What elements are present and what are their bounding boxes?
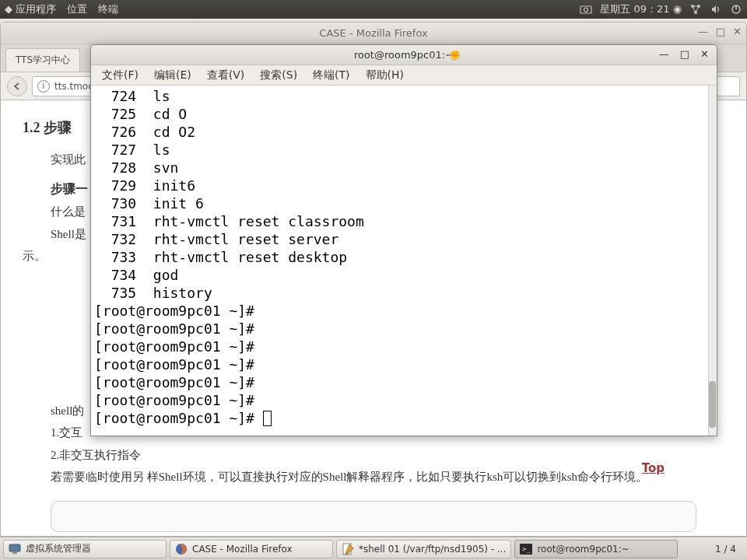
top-link[interactable]: Top (642, 461, 665, 475)
firefox-title: CASE - Mozilla Firefox (319, 27, 427, 39)
close-icon[interactable]: ✕ (700, 48, 709, 60)
maximize-icon[interactable]: □ (716, 26, 725, 37)
firefox-titlebar[interactable]: CASE - Mozilla Firefox — □ ✕ (1, 23, 746, 44)
monitor-icon (9, 543, 21, 555)
close-icon[interactable]: ✕ (733, 26, 742, 37)
menu-places[interactable]: 位置 (67, 2, 87, 16)
svg-text:>_: >_ (522, 545, 531, 553)
browser-tab[interactable]: TTS学习中心 (5, 48, 80, 72)
minimize-icon[interactable]: — (659, 48, 669, 60)
menu-view[interactable]: 查看(V) (201, 67, 251, 84)
workspace-pager[interactable]: 1 / 4 (707, 544, 744, 555)
menu-file[interactable]: 文件(F) (96, 67, 145, 84)
menu-help[interactable]: 帮助(H) (359, 67, 410, 84)
url-text: tts.tmoo (54, 81, 94, 92)
code-block (51, 501, 696, 532)
taskbar-button[interactable]: *shell 01 (/var/ftp/nsd1905) - ... (336, 540, 511, 558)
power-icon[interactable] (730, 3, 742, 16)
taskbar-label: *shell 01 (/var/ftp/nsd1905) - ... (359, 544, 506, 555)
minimize-icon[interactable]: — (698, 26, 708, 37)
network-icon[interactable] (689, 3, 702, 16)
firefox-icon (175, 543, 188, 555)
cursor (263, 411, 272, 426)
menu-applications[interactable]: ◆ 应用程序 (5, 2, 56, 16)
editor-icon (342, 543, 354, 555)
terminal-icon: >_ (520, 543, 532, 555)
back-button[interactable] (7, 76, 27, 96)
terminal-menubar: 文件(F) 编辑(E) 查看(V) 搜索(S) 终端(T) 帮助(H) (91, 65, 717, 86)
taskbar-label: root@room9pc01:~ (537, 544, 629, 555)
paragraph: 2.非交互执行指令 (23, 444, 724, 467)
menu-terminal[interactable]: 终端 (98, 2, 118, 16)
terminal-body[interactable]: 724 ls 725 cd O 726 cd O2 727 ls 728 svn… (91, 86, 717, 436)
info-icon[interactable]: i (37, 80, 50, 93)
top-panel: ◆ 应用程序 位置 终端 星期五 09：21 ◉ (0, 0, 747, 19)
menu-edit[interactable]: 编辑(E) (148, 67, 198, 84)
svg-rect-8 (12, 552, 17, 554)
taskbar-button[interactable]: CASE - Mozilla Firefox (170, 540, 333, 558)
paragraph: 若需要临时使用另 样Shell环境，可以直接执行对应的Shell解释器程序，比如… (23, 466, 724, 488)
taskbar-button[interactable]: >_root@room9pc01:~ (514, 540, 678, 558)
menu-terminal[interactable]: 终端(T) (307, 67, 356, 84)
taskbar-label: 虚拟系统管理器 (26, 542, 91, 555)
terminal-titlebar[interactable]: root@room9pc01:~ ✊ — □ ✕ (91, 45, 717, 65)
clock[interactable]: 星期五 09：21 ◉ (600, 2, 682, 16)
svg-rect-0 (580, 6, 591, 13)
maximize-icon[interactable]: □ (680, 48, 689, 60)
terminal-title: root@room9pc01:~ (354, 49, 454, 61)
svg-rect-7 (9, 544, 20, 551)
taskbar-button[interactable]: 虚拟系统管理器 (3, 540, 167, 558)
taskbar: 虚拟系统管理器CASE - Mozilla Firefox*shell 01 (… (0, 537, 747, 560)
volume-icon[interactable] (710, 3, 722, 16)
taskbar-label: CASE - Mozilla Firefox (192, 544, 293, 555)
menu-search[interactable]: 搜索(S) (254, 67, 303, 84)
svg-point-1 (584, 8, 588, 12)
scrollbar-thumb[interactable] (709, 381, 716, 428)
terminal-window: root@room9pc01:~ ✊ — □ ✕ 文件(F) 编辑(E) 查看(… (90, 44, 717, 436)
grab-cursor-icon: ✊ (449, 50, 461, 61)
camera-icon[interactable] (580, 3, 592, 16)
scrollbar[interactable] (708, 86, 717, 436)
